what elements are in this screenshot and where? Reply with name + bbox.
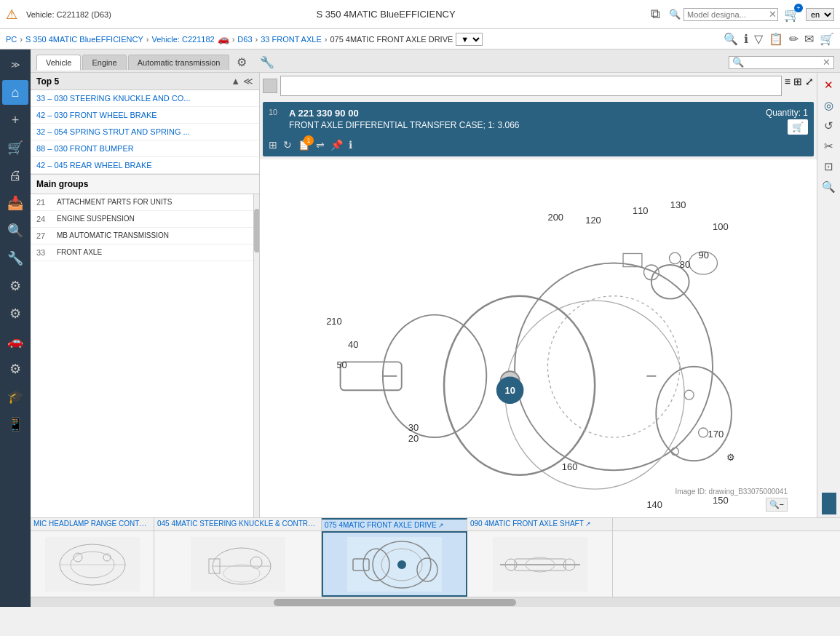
top5-collapse-btn[interactable]: ▲ xyxy=(231,76,240,87)
label-140: 140 xyxy=(646,499,662,510)
mg-item-3[interactable]: 33 FRONT AXLE xyxy=(31,245,253,261)
breadcrumb-model[interactable]: S 350 4MATIC BlueEFFICIENCY xyxy=(25,35,143,44)
part-transfer-btn[interactable]: ⇌ xyxy=(316,139,325,151)
svg-point-38 xyxy=(397,560,406,569)
sidebar-car-btn[interactable]: 🚗 xyxy=(2,329,28,354)
part-refresh-btn[interactable]: ↻ xyxy=(283,139,292,151)
thumb-label-0[interactable]: MIC HEADLAMP RANGE CONTROL, FRONT ↗ xyxy=(31,518,154,530)
tab-icon-1[interactable]: ⚙ xyxy=(231,52,253,72)
sidebar-settings2-btn[interactable]: ⚙ xyxy=(2,274,28,298)
label-100: 100 xyxy=(713,221,729,232)
top5-title: Top 5 xyxy=(36,76,59,87)
svg-text:10: 10 xyxy=(504,385,515,396)
zoom-indicator[interactable]: 🔍− xyxy=(766,498,788,512)
thumbnail-empty xyxy=(613,531,840,597)
document-icon[interactable]: 📋 xyxy=(769,32,783,46)
sidebar-cart-btn[interactable]: 🛒 xyxy=(2,135,28,160)
thumbnail-1[interactable] xyxy=(154,531,322,597)
tab-search-input[interactable] xyxy=(747,57,820,68)
sidebar-add-btn[interactable]: + xyxy=(2,108,28,132)
thumb-link-icon-3: ↗ xyxy=(585,520,591,528)
top5-list: 33 – 030 STEERING KNUCKLE AND CO... 42 –… xyxy=(31,90,259,174)
rt-history-btn[interactable]: ↺ xyxy=(821,116,836,135)
warning-icon[interactable]: ⚠ xyxy=(6,7,17,23)
top5-item-0[interactable]: 33 – 030 STEERING KNUCKLE AND CO... xyxy=(31,90,259,107)
thumbnail-3[interactable] xyxy=(467,531,613,597)
label-160: 160 xyxy=(562,461,578,472)
sidebar-search-btn[interactable]: 🔍 xyxy=(2,218,28,243)
sidebar-tool-btn[interactable]: 🔧 xyxy=(2,246,28,271)
sidebar-inbox-btn[interactable]: 📥 xyxy=(2,191,28,215)
label-150: 150 xyxy=(713,495,729,506)
left-panel-scrollbar[interactable] xyxy=(253,194,259,517)
label-170: 170 xyxy=(708,429,724,440)
top-search-input[interactable] xyxy=(684,8,778,21)
mg-item-2[interactable]: 27 MB AUTOMATIC TRANSMISSION xyxy=(31,228,253,245)
maximize-btn[interactable]: ⤢ xyxy=(805,76,814,87)
grid-view-btn[interactable]: ⊞ xyxy=(793,76,802,87)
language-select[interactable]: en de fr xyxy=(806,8,834,21)
rt-search-btn[interactable]: 🔍 xyxy=(819,178,839,196)
rt-scissors-btn[interactable]: ✂ xyxy=(821,137,836,156)
thumbnail-0[interactable] xyxy=(31,531,154,597)
breadcrumb-33-front-axle[interactable]: 33 FRONT AXLE xyxy=(261,35,322,44)
part-doc-btn[interactable]: 📋1 xyxy=(298,139,310,151)
bottom-scrollbar[interactable] xyxy=(31,597,840,607)
sidebar-gear-btn[interactable]: ⚙ xyxy=(2,301,28,326)
cart-breadcrumb-icon[interactable]: 🛒 xyxy=(820,32,834,46)
sidebar-home-btn[interactable]: ⌂ xyxy=(2,80,28,105)
top-search-clear[interactable]: ✕ xyxy=(769,9,777,20)
sidebar-print-btn[interactable]: 🖨 xyxy=(2,163,28,188)
tab-automatic-transmission[interactable]: Automatic transmission xyxy=(128,55,230,70)
breadcrumb-d63[interactable]: D63 xyxy=(237,35,252,44)
rt-close-btn[interactable]: ✕ xyxy=(821,76,836,95)
mail-icon[interactable]: ✉ xyxy=(804,32,814,46)
main-groups-list: 21 ATTACHMENT PARTS FOR UNITS 24 ENGINE … xyxy=(31,194,253,517)
part-info-btn[interactable]: ℹ xyxy=(349,139,352,151)
label-210: 210 xyxy=(326,316,342,327)
thumb-label-2[interactable]: 075 4MATIC FRONT AXLE DRIVE ↗ xyxy=(322,518,467,530)
right-panel: ≡ ⊞ ⤢ 10 A 221 330 90 00 FRONT AXLE DIFF… xyxy=(260,73,840,517)
main-layout: ≫ ⌂ + 🛒 🖨 📥 🔍 🔧 ⚙ ⚙ 🚗 ⚙ 🎓 📱 Vehicle Engi… xyxy=(0,49,840,607)
top5-item-4[interactable]: 42 – 045 REAR WHEEL BRAKE xyxy=(31,157,259,174)
breadcrumb-pc[interactable]: PC xyxy=(6,35,17,44)
top5-doubleleft-btn[interactable]: ≪ xyxy=(243,76,253,87)
rt-layer-btn[interactable]: ⊡ xyxy=(821,157,836,176)
filter-icon[interactable]: ▽ xyxy=(754,32,763,46)
copy-icon[interactable]: ⧉ xyxy=(651,7,660,22)
tab-engine[interactable]: Engine xyxy=(82,55,126,70)
thumbnail-2[interactable] xyxy=(322,531,467,597)
top-bar: ⚠ Vehicle: C221182 (D63) S 350 4MATIC Bl… xyxy=(0,0,840,29)
zoom-in-icon[interactable]: 🔍 xyxy=(724,32,738,46)
svg-point-10 xyxy=(684,390,694,400)
rt-target-btn[interactable]: ◎ xyxy=(821,96,836,115)
add-to-cart-btn[interactable]: 🛒 xyxy=(788,119,808,135)
cart-icon[interactable]: 🛒+ xyxy=(784,7,800,23)
top-search-wrap: 🔍 ✕ xyxy=(666,8,778,21)
sidebar-expand-btn[interactable]: ≫ xyxy=(2,52,28,77)
sidebar-graduate-btn[interactable]: 🎓 xyxy=(2,384,28,409)
info-icon[interactable]: ℹ xyxy=(744,32,748,46)
mg-item-0[interactable]: 21 ATTACHMENT PARTS FOR UNITS xyxy=(31,194,253,211)
vehicle-icon[interactable]: 🚗 xyxy=(218,33,229,44)
list-view-btn[interactable]: ≡ xyxy=(785,76,791,87)
part-name: FRONT AXLE DIFFERENTIAL TRANSFER CASE; 1… xyxy=(289,120,760,130)
tab-icon-2[interactable]: 🔧 xyxy=(254,52,280,72)
tab-vehicle[interactable]: Vehicle xyxy=(36,55,81,71)
thumb-label-1[interactable]: 045 4MATIC STEERING KNUCKLE & CONTROL AR… xyxy=(154,518,322,530)
breadcrumb-vehicle[interactable]: Vehicle: C221182 xyxy=(151,35,214,44)
top5-item-1[interactable]: 42 – 030 FRONT WHEEL BRAKE xyxy=(31,107,259,124)
sidebar-mobile-btn[interactable]: 📱 xyxy=(2,412,28,437)
sidebar-settings-btn[interactable]: ⚙ xyxy=(2,357,28,381)
top5-item-3[interactable]: 88 – 030 FRONT BUMPER xyxy=(31,140,259,157)
edit-icon[interactable]: ✏ xyxy=(789,32,799,46)
part-search-bar[interactable] xyxy=(280,76,782,96)
part-qty-label: Quantity: 1 xyxy=(766,108,808,118)
part-grid-btn[interactable]: ⊞ xyxy=(269,139,277,151)
part-pin-btn[interactable]: 📌 xyxy=(330,139,343,151)
mg-item-1[interactable]: 24 ENGINE SUSPENSION xyxy=(31,211,253,228)
breadcrumb-dropdown[interactable]: ▼ xyxy=(456,33,483,46)
thumb-label-3[interactable]: 090 4MATIC FRONT AXLE SHAFT ↗ xyxy=(467,518,613,530)
tab-search-clear[interactable]: ✕ xyxy=(820,57,833,68)
top5-item-2[interactable]: 32 – 054 SPRING STRUT AND SPRING ... xyxy=(31,124,259,140)
